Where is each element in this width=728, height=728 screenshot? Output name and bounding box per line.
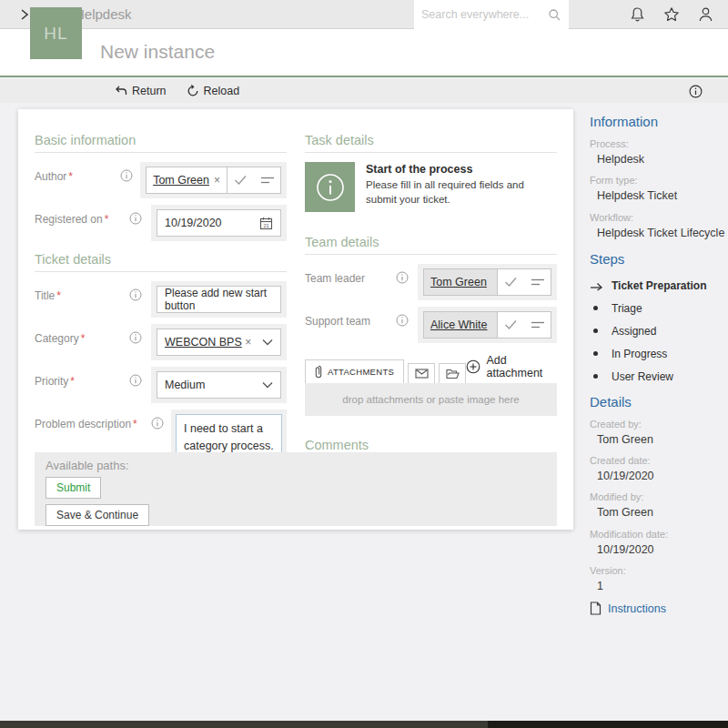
bottom-taskbar-edge xyxy=(0,721,728,728)
detail-item-version: Version: 1 xyxy=(590,565,726,593)
svg-text:21: 21 xyxy=(263,222,268,228)
info-icon[interactable] xyxy=(129,367,151,387)
step-in-progress[interactable]: In Progress xyxy=(590,348,726,360)
tab-attachment-folders[interactable] xyxy=(439,363,466,383)
problem-description-label: Problem description xyxy=(35,418,131,430)
favorites-star-icon[interactable] xyxy=(663,6,680,23)
registered-on-field-row: Registered on* 10/19/2020 21 xyxy=(35,205,287,241)
section-heading-basic-information: Basic information xyxy=(35,133,287,153)
search-box[interactable] xyxy=(414,0,569,29)
required-mark: * xyxy=(70,375,75,388)
sidebar-heading-information: Information xyxy=(590,114,726,129)
steps-list: Ticket Preparation Triage Assigned In Pr… xyxy=(590,279,726,383)
calendar-icon[interactable]: 21 xyxy=(259,217,273,230)
user-profile-icon[interactable] xyxy=(698,6,713,23)
form-card: Basic information Author* Tom Green× xyxy=(18,109,573,530)
title-value: Please add new start button xyxy=(165,287,273,312)
check-icon[interactable] xyxy=(498,312,524,338)
problem-description-value: I need to start a category process. xyxy=(184,422,274,452)
attachments-tab-bar: ATTACHMENTS Add attachment xyxy=(305,354,557,383)
support-team-field-row: Support team Alice White xyxy=(305,307,557,343)
check-icon[interactable] xyxy=(498,269,524,295)
chevron-right-icon[interactable] xyxy=(18,8,31,21)
detail-item-created-date: Created date: 10/19/2020 xyxy=(590,455,726,483)
author-value: Tom Green xyxy=(153,174,209,187)
chevron-down-icon[interactable] xyxy=(262,381,273,389)
team-leader-field-row: Team leader Tom Green xyxy=(305,264,557,300)
add-attachment-icon xyxy=(466,359,480,374)
sidebar-heading-steps: Steps xyxy=(590,251,726,267)
info-icon[interactable] xyxy=(396,264,418,284)
required-mark: * xyxy=(56,289,61,302)
notifications-bell-icon[interactable] xyxy=(630,6,645,23)
info-item-form-type: Form type: Helpdesk Ticket xyxy=(590,175,726,203)
step-bullet xyxy=(593,351,598,356)
title-input[interactable]: Please add new start button xyxy=(157,286,281,313)
support-team-label: Support team xyxy=(305,307,396,329)
priority-value: Medium xyxy=(165,379,262,391)
toolbar: Return Reload xyxy=(0,79,728,103)
author-field-row: Author* Tom Green× xyxy=(35,162,287,198)
tab-email-attachments[interactable] xyxy=(408,363,435,383)
info-icon[interactable] xyxy=(129,205,151,225)
search-icon[interactable] xyxy=(548,8,561,22)
required-mark: * xyxy=(81,332,86,345)
sidebar-heading-details: Details xyxy=(590,394,726,410)
chevron-down-icon[interactable] xyxy=(262,339,273,346)
info-icon[interactable] xyxy=(129,324,151,344)
detail-item-created-by: Created by: Tom Green xyxy=(590,419,726,447)
team-leader-label: Team leader xyxy=(305,264,396,286)
workflow-avatar: HL xyxy=(30,7,82,59)
step-bullet xyxy=(593,374,598,379)
task-description: Please fill in all required fields and s… xyxy=(366,177,557,207)
save-continue-path-button[interactable]: Save & Continue xyxy=(46,504,149,526)
info-item-process: Process: Helpdesk xyxy=(590,138,726,167)
tab-attachments[interactable]: ATTACHMENTS xyxy=(305,359,404,383)
info-sidebar: Information Process: Helpdesk Form type:… xyxy=(590,114,726,615)
paperclip-icon xyxy=(315,365,322,379)
return-icon xyxy=(115,86,127,96)
task-info-icon xyxy=(305,162,355,212)
priority-select[interactable]: Medium xyxy=(157,371,281,399)
app-title: Helpdesk xyxy=(75,6,132,22)
picker-list-icon[interactable] xyxy=(254,167,280,193)
step-assigned[interactable]: Assigned xyxy=(590,325,726,338)
remove-category-icon[interactable]: × xyxy=(245,336,251,349)
category-field-row: Category* WEBCON BPS × xyxy=(35,324,287,360)
available-paths-heading: Available paths: xyxy=(46,459,546,472)
priority-field-row: Priority* Medium xyxy=(35,367,287,403)
folder-icon xyxy=(446,369,460,379)
author-label: Author xyxy=(35,170,66,183)
form-info-icon[interactable] xyxy=(689,85,703,98)
team-leader-value: Tom Green xyxy=(430,276,487,288)
instructions-link[interactable]: Instructions xyxy=(590,602,726,615)
step-ticket-preparation[interactable]: Ticket Preparation xyxy=(590,279,726,292)
info-icon[interactable] xyxy=(151,410,171,430)
category-select[interactable]: WEBCON BPS × xyxy=(157,329,281,356)
attachments-dropzone[interactable]: drop attachments or paste image here xyxy=(305,383,557,416)
instructions-icon xyxy=(590,602,602,615)
step-triage[interactable]: Triage xyxy=(590,302,726,315)
add-attachment-button[interactable]: Add attachment xyxy=(466,354,557,383)
info-icon[interactable] xyxy=(129,281,151,301)
required-mark: * xyxy=(133,418,137,430)
return-button[interactable]: Return xyxy=(115,85,167,97)
picker-list-icon[interactable] xyxy=(524,269,551,295)
available-paths-panel: Available paths: Submit Save & Continue xyxy=(35,452,557,526)
detail-item-modified-by: Modified by: Tom Green xyxy=(590,491,726,520)
remove-author-icon[interactable]: × xyxy=(214,174,220,187)
picker-list-icon[interactable] xyxy=(524,312,551,338)
page-title: New instance xyxy=(100,41,215,63)
mail-icon xyxy=(415,369,429,379)
top-bar: Helpdesk xyxy=(0,0,728,29)
check-icon[interactable] xyxy=(228,167,254,193)
reload-button[interactable]: Reload xyxy=(187,85,240,97)
title-label: Title xyxy=(35,289,55,302)
search-input[interactable] xyxy=(421,8,548,21)
registered-on-date-input[interactable]: 10/19/2020 21 xyxy=(157,209,281,237)
submit-path-button[interactable]: Submit xyxy=(46,477,101,499)
step-user-review[interactable]: User Review xyxy=(590,370,726,383)
info-icon[interactable] xyxy=(396,307,418,327)
info-icon[interactable] xyxy=(120,162,140,182)
team-leader-picker: Tom Green xyxy=(423,268,551,296)
